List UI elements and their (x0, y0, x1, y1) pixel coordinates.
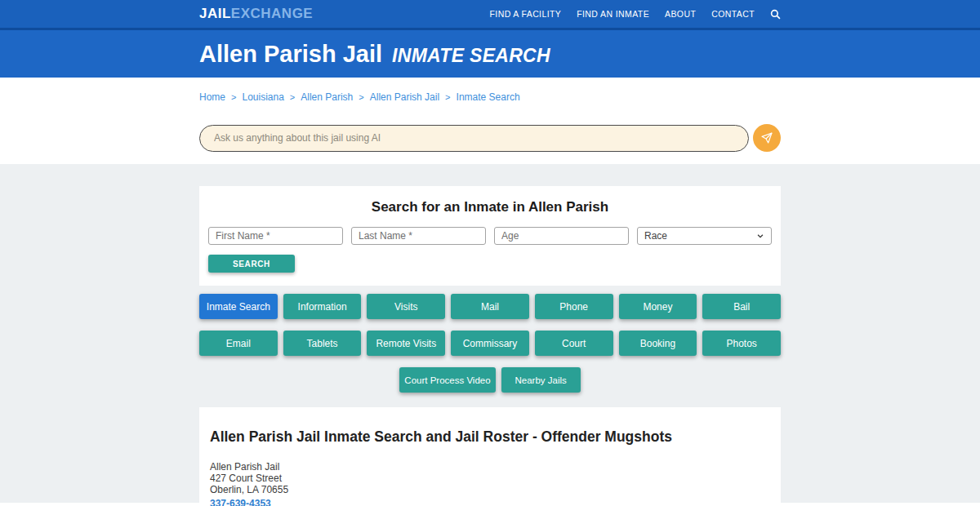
page-subtitle: INMATE SEARCH (392, 45, 550, 67)
page-title: Allen Parish Jail (199, 41, 382, 68)
tab-mail[interactable]: Mail (451, 294, 529, 319)
jail-nav-buttons-row3: Court Process Video Nearby Jails (199, 367, 781, 393)
tab-bail[interactable]: Bail (702, 294, 781, 319)
nav-link-find-a-facility[interactable]: FIND A FACILITY (490, 9, 562, 19)
search-button[interactable]: SEARCH (208, 255, 295, 273)
breadcrumb-louisiana[interactable]: Louisiana (242, 91, 283, 103)
tab-visits[interactable]: Visits (367, 294, 445, 319)
tab-email[interactable]: Email (199, 331, 278, 356)
send-icon (760, 131, 773, 144)
breadcrumb-home[interactable]: Home (199, 91, 225, 103)
ai-question-input[interactable] (199, 125, 749, 152)
tab-commissary[interactable]: Commissary (451, 331, 529, 356)
chevron-down-icon (756, 232, 764, 240)
age-field[interactable] (494, 227, 629, 245)
first-name-field[interactable] (208, 227, 343, 245)
tab-information[interactable]: Information (283, 294, 362, 319)
tab-remote-visits[interactable]: Remote Visits (367, 331, 445, 356)
breadcrumb: Home > Louisiana > Allen Parish > Allen … (199, 78, 781, 103)
hero-banner: Allen Parish Jail INMATE SEARCH (0, 30, 980, 78)
tab-phone[interactable]: Phone (535, 294, 613, 319)
breadcrumb-separator: > (290, 92, 295, 102)
breadcrumb-allen-parish[interactable]: Allen Parish (301, 91, 353, 103)
address-jail-name: Allen Parish Jail (210, 461, 770, 473)
tab-inmate-search[interactable]: Inmate Search (199, 294, 278, 319)
jail-nav-buttons-row1-2: Inmate Search Information Visits Mail Ph… (199, 294, 781, 356)
inmate-search-card: Search for an Inmate in Allen Parish Rac… (199, 186, 781, 286)
ai-send-button[interactable] (753, 124, 781, 152)
address-street: 427 Court Street (210, 473, 770, 484)
content-heading: Allen Parish Jail Inmate Search and Jail… (210, 428, 770, 446)
race-select[interactable]: Race (637, 227, 772, 245)
breadcrumb-inmate-search[interactable]: Inmate Search (457, 91, 520, 103)
main-content-area: Search for an Inmate in Allen Parish Rac… (0, 164, 980, 503)
nav-link-about[interactable]: ABOUT (665, 9, 696, 19)
tab-court-process-video[interactable]: Court Process Video (399, 367, 495, 393)
search-form-fields: Race (208, 227, 772, 245)
address-city-state-zip: Oberlin, LA 70655 (210, 484, 770, 495)
breadcrumb-separator: > (231, 92, 236, 102)
top-nav-links: FIND A FACILITY FIND AN INMATE ABOUT CON… (490, 9, 781, 20)
logo-jail: JAIL (199, 6, 231, 21)
breadcrumb-and-ai-zone: Home > Louisiana > Allen Parish > Allen … (0, 78, 980, 164)
jailexchange-logo[interactable]: JAILEXCHANGE (199, 6, 313, 22)
tab-court[interactable]: Court (535, 331, 613, 356)
last-name-field[interactable] (351, 227, 486, 245)
breadcrumb-separator: > (359, 92, 363, 102)
logo-exchange: EXCHANGE (231, 6, 313, 21)
breadcrumb-allen-parish-jail[interactable]: Allen Parish Jail (370, 91, 439, 103)
ai-search-bar (199, 124, 781, 152)
tab-nearby-jails[interactable]: Nearby Jails (501, 367, 581, 393)
race-selected-value: Race (644, 230, 667, 242)
tab-money[interactable]: Money (619, 294, 697, 319)
nav-link-find-an-inmate[interactable]: FIND AN INMATE (577, 9, 649, 19)
search-icon[interactable] (770, 9, 781, 20)
nav-link-contact[interactable]: CONTACT (711, 9, 755, 19)
search-form-title: Search for an Inmate in Allen Parish (208, 199, 772, 215)
tab-photos[interactable]: Photos (702, 331, 781, 356)
breadcrumb-separator: > (445, 92, 450, 102)
jail-info-card: Allen Parish Jail Inmate Search and Jail… (199, 407, 781, 506)
tab-tablets[interactable]: Tablets (283, 331, 362, 356)
phone-link[interactable]: 337-639-4353 (210, 498, 271, 506)
top-navbar: JAILEXCHANGE FIND A FACILITY FIND AN INM… (0, 0, 980, 30)
tab-booking[interactable]: Booking (619, 331, 697, 356)
